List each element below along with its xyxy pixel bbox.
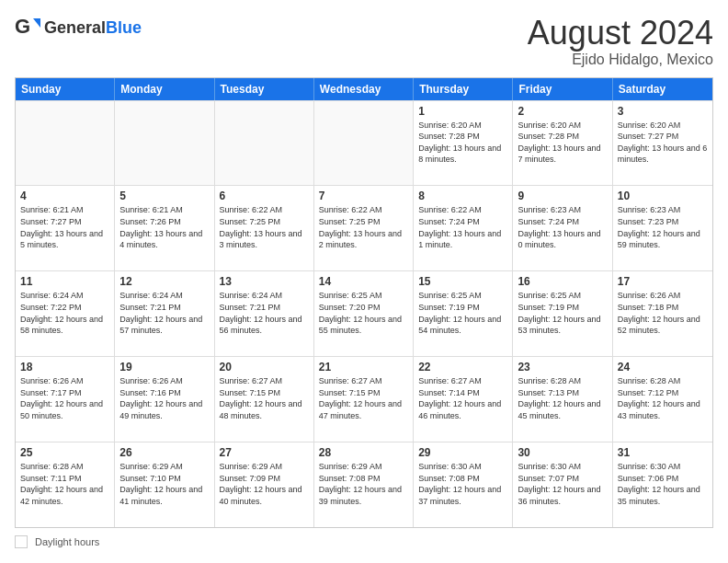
cell-info: Sunrise: 6:25 AM Sunset: 7:20 PM Dayligh…	[319, 290, 408, 336]
cell-info: Sunrise: 6:28 AM Sunset: 7:12 PM Dayligh…	[618, 375, 708, 421]
cal-cell: 4Sunrise: 6:21 AM Sunset: 7:27 PM Daylig…	[16, 186, 115, 270]
day-number: 15	[418, 275, 507, 288]
cell-info: Sunrise: 6:28 AM Sunset: 7:11 PM Dayligh…	[20, 461, 109, 507]
cal-cell	[16, 101, 115, 186]
cell-info: Sunrise: 6:24 AM Sunset: 7:21 PM Dayligh…	[119, 290, 209, 336]
svg-marker-1	[33, 18, 40, 28]
day-number: 7	[319, 190, 408, 202]
cal-cell: 28Sunrise: 6:29 AM Sunset: 7:08 PM Dayli…	[314, 442, 414, 527]
cell-info: Sunrise: 6:20 AM Sunset: 7:28 PM Dayligh…	[418, 120, 507, 166]
cell-info: Sunrise: 6:26 AM Sunset: 7:16 PM Dayligh…	[119, 375, 209, 421]
cal-cell: 14Sunrise: 6:25 AM Sunset: 7:20 PM Dayli…	[314, 271, 414, 356]
cell-info: Sunrise: 6:21 AM Sunset: 7:27 PM Dayligh…	[20, 204, 109, 250]
calendar: SundayMondayTuesdayWednesdayThursdayFrid…	[15, 77, 713, 528]
cell-info: Sunrise: 6:22 AM Sunset: 7:25 PM Dayligh…	[319, 204, 408, 250]
cell-info: Sunrise: 6:27 AM Sunset: 7:15 PM Dayligh…	[220, 375, 309, 421]
cal-cell: 2Sunrise: 6:20 AM Sunset: 7:28 PM Daylig…	[513, 101, 612, 186]
day-number: 29	[418, 446, 507, 459]
logo-general: General	[44, 18, 106, 37]
cal-header-wednesday: Wednesday	[314, 78, 414, 100]
day-number: 19	[119, 361, 209, 373]
cell-info: Sunrise: 6:22 AM Sunset: 7:25 PM Dayligh…	[220, 204, 309, 250]
cell-info: Sunrise: 6:27 AM Sunset: 7:14 PM Dayligh…	[418, 375, 507, 421]
cal-cell: 16Sunrise: 6:25 AM Sunset: 7:19 PM Dayli…	[513, 271, 612, 356]
calendar-body: 1Sunrise: 6:20 AM Sunset: 7:28 PM Daylig…	[16, 100, 712, 527]
cal-cell: 20Sunrise: 6:27 AM Sunset: 7:15 PM Dayli…	[215, 357, 314, 442]
cal-cell: 5Sunrise: 6:21 AM Sunset: 7:26 PM Daylig…	[115, 186, 214, 270]
header: G GeneralBlue August 2024 Ejido Hidalgo,…	[15, 15, 713, 68]
cal-header-tuesday: Tuesday	[215, 78, 314, 100]
day-number: 28	[319, 446, 408, 459]
main-title: August 2024	[528, 15, 713, 52]
cell-info: Sunrise: 6:24 AM Sunset: 7:22 PM Dayligh…	[20, 290, 109, 336]
cal-cell: 22Sunrise: 6:27 AM Sunset: 7:14 PM Dayli…	[414, 357, 513, 442]
cal-cell: 8Sunrise: 6:22 AM Sunset: 7:24 PM Daylig…	[414, 186, 513, 270]
cal-cell	[314, 101, 414, 186]
day-number: 23	[518, 361, 607, 373]
cell-info: Sunrise: 6:20 AM Sunset: 7:27 PM Dayligh…	[618, 120, 708, 166]
day-number: 9	[518, 190, 607, 202]
cal-cell: 1Sunrise: 6:20 AM Sunset: 7:28 PM Daylig…	[414, 101, 513, 186]
day-number: 27	[220, 446, 309, 459]
calendar-header: SundayMondayTuesdayWednesdayThursdayFrid…	[16, 78, 712, 100]
cell-info: Sunrise: 6:29 AM Sunset: 7:10 PM Dayligh…	[119, 461, 209, 507]
cal-cell: 9Sunrise: 6:23 AM Sunset: 7:24 PM Daylig…	[513, 186, 612, 270]
day-number: 21	[319, 361, 408, 373]
day-number: 25	[20, 446, 109, 459]
cal-cell	[215, 101, 314, 186]
cal-cell: 13Sunrise: 6:24 AM Sunset: 7:21 PM Dayli…	[215, 271, 314, 356]
footer: Daylight hours	[15, 535, 713, 548]
cell-info: Sunrise: 6:20 AM Sunset: 7:28 PM Dayligh…	[518, 120, 607, 166]
cal-cell: 27Sunrise: 6:29 AM Sunset: 7:09 PM Dayli…	[215, 442, 314, 527]
day-number: 26	[119, 446, 209, 459]
cal-cell: 18Sunrise: 6:26 AM Sunset: 7:17 PM Dayli…	[16, 357, 115, 442]
logo-text: GeneralBlue	[44, 18, 142, 38]
cal-cell: 23Sunrise: 6:28 AM Sunset: 7:13 PM Dayli…	[513, 357, 612, 442]
sub-title: Ejido Hidalgo, Mexico	[528, 52, 713, 68]
logo-icon: G	[15, 15, 40, 40]
cal-row-3: 18Sunrise: 6:26 AM Sunset: 7:17 PM Dayli…	[16, 356, 712, 442]
cal-header-saturday: Saturday	[613, 78, 712, 100]
title-block: August 2024 Ejido Hidalgo, Mexico	[528, 15, 713, 68]
day-number: 31	[618, 446, 708, 459]
cell-info: Sunrise: 6:30 AM Sunset: 7:06 PM Dayligh…	[618, 461, 708, 507]
cell-info: Sunrise: 6:26 AM Sunset: 7:17 PM Dayligh…	[20, 375, 109, 421]
cal-cell: 15Sunrise: 6:25 AM Sunset: 7:19 PM Dayli…	[414, 271, 513, 356]
cal-cell: 3Sunrise: 6:20 AM Sunset: 7:27 PM Daylig…	[613, 101, 712, 186]
cal-cell: 17Sunrise: 6:26 AM Sunset: 7:18 PM Dayli…	[613, 271, 712, 356]
day-number: 12	[119, 275, 209, 288]
cal-cell: 11Sunrise: 6:24 AM Sunset: 7:22 PM Dayli…	[16, 271, 115, 356]
page: G GeneralBlue August 2024 Ejido Hidalgo,…	[0, 0, 728, 563]
day-number: 17	[618, 275, 708, 288]
daylight-legend-box	[15, 535, 28, 548]
day-number: 20	[220, 361, 309, 373]
cal-cell	[115, 101, 214, 186]
cal-cell: 10Sunrise: 6:23 AM Sunset: 7:23 PM Dayli…	[613, 186, 712, 270]
cell-info: Sunrise: 6:25 AM Sunset: 7:19 PM Dayligh…	[518, 290, 607, 336]
cal-cell: 12Sunrise: 6:24 AM Sunset: 7:21 PM Dayli…	[115, 271, 214, 356]
cell-info: Sunrise: 6:22 AM Sunset: 7:24 PM Dayligh…	[418, 204, 507, 250]
cal-row-4: 25Sunrise: 6:28 AM Sunset: 7:11 PM Dayli…	[16, 442, 712, 527]
cell-info: Sunrise: 6:25 AM Sunset: 7:19 PM Dayligh…	[418, 290, 507, 336]
cell-info: Sunrise: 6:26 AM Sunset: 7:18 PM Dayligh…	[618, 290, 708, 336]
cell-info: Sunrise: 6:21 AM Sunset: 7:26 PM Dayligh…	[119, 204, 209, 250]
day-number: 10	[618, 190, 708, 202]
day-number: 1	[418, 105, 507, 118]
day-number: 6	[220, 190, 309, 202]
cal-row-0: 1Sunrise: 6:20 AM Sunset: 7:28 PM Daylig…	[16, 100, 712, 186]
cal-header-monday: Monday	[115, 78, 214, 100]
logo: G GeneralBlue	[15, 15, 142, 40]
day-number: 11	[20, 275, 109, 288]
day-number: 18	[20, 361, 109, 373]
cal-row-2: 11Sunrise: 6:24 AM Sunset: 7:22 PM Dayli…	[16, 270, 712, 356]
day-number: 14	[319, 275, 408, 288]
day-number: 3	[618, 105, 708, 118]
day-number: 30	[518, 446, 607, 459]
logo-blue: Blue	[106, 18, 142, 37]
day-number: 4	[20, 190, 109, 202]
cell-info: Sunrise: 6:27 AM Sunset: 7:15 PM Dayligh…	[319, 375, 408, 421]
day-number: 2	[518, 105, 607, 118]
cell-info: Sunrise: 6:29 AM Sunset: 7:08 PM Dayligh…	[319, 461, 408, 507]
cal-header-sunday: Sunday	[16, 78, 115, 100]
cal-cell: 21Sunrise: 6:27 AM Sunset: 7:15 PM Dayli…	[314, 357, 414, 442]
